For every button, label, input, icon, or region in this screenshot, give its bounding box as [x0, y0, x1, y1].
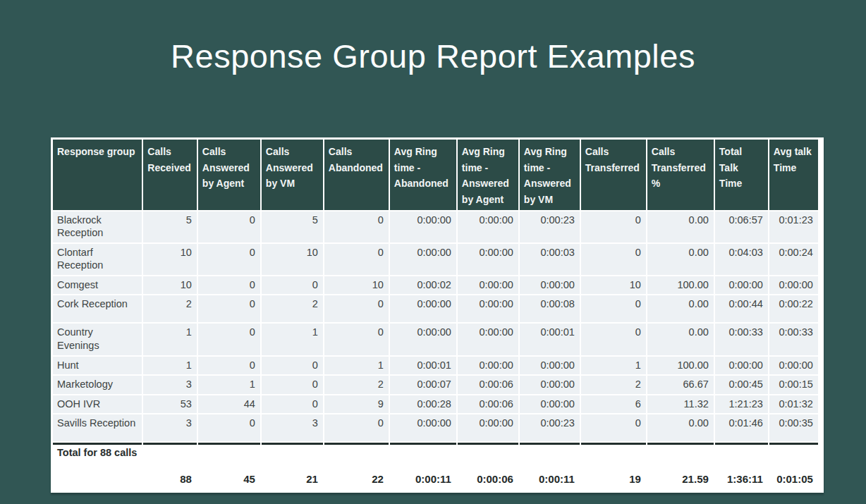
total-rule-segment [262, 443, 323, 462]
total-rule-segment [198, 443, 260, 462]
column-header: Total Talk Time [715, 140, 768, 210]
value-cell: 0 [581, 244, 646, 275]
value-cell: 0:00:00 [390, 295, 456, 322]
column-header: Calls Abandoned [324, 140, 389, 210]
value-cell: 0:00:00 [715, 357, 768, 375]
value-cell: 0 [581, 295, 646, 322]
value-cell: 0:01:32 [769, 395, 818, 414]
value-cell: 1 [262, 324, 323, 355]
table-row: Savills Reception30300:00:000:00:000:00:… [53, 414, 818, 441]
table-footer: Total for 88 calls884521220:00:110:00:06… [53, 443, 818, 490]
table-body: Blackrock Reception50500:00:000:00:000:0… [53, 211, 818, 441]
response-group-cell: Comgest [53, 276, 142, 295]
value-cell: 0:00:00 [769, 276, 818, 295]
value-cell: 0:00:15 [769, 376, 818, 394]
value-cell: 0 [324, 324, 389, 355]
total-values-row: 884521220:00:110:00:060:00:111921.591:36… [53, 464, 818, 490]
value-cell: 3 [262, 414, 323, 441]
value-cell: 0.00 [647, 211, 714, 242]
total-value-cell: 1:36:11 [715, 464, 768, 490]
value-cell: 0:00:06 [458, 395, 518, 414]
response-group-cell: Cork Reception [53, 295, 142, 322]
column-header: Calls Transferred [581, 140, 646, 210]
value-cell: 0 [262, 395, 323, 414]
value-cell: 0:00:00 [458, 211, 518, 242]
total-rule-segment [458, 443, 518, 462]
total-rule-segment [715, 443, 768, 462]
column-header: Avg Ring time - Abandoned [390, 140, 456, 210]
table-row: Comgest1000100:00:020:00:000:00:0010100.… [53, 276, 818, 295]
value-cell: 0:00:00 [458, 414, 518, 441]
value-cell: 0:00:33 [715, 324, 768, 355]
value-cell: 0 [581, 414, 646, 441]
value-cell: 0 [324, 244, 389, 275]
response-group-cell: Marketology [53, 376, 142, 394]
value-cell: 0:06:57 [715, 211, 768, 242]
value-cell: 0:00:00 [458, 357, 518, 375]
response-group-cell: Clontarf Reception [53, 244, 142, 275]
response-group-cell: Hunt [53, 357, 142, 375]
value-cell: 0 [198, 414, 260, 441]
value-cell: 0:00:00 [390, 211, 456, 242]
slide: Response Group Report Examples Response … [0, 0, 866, 504]
value-cell: 1 [143, 324, 196, 355]
response-group-cell: Blackrock Reception [53, 211, 142, 242]
column-header: Avg talk Time [769, 140, 818, 210]
total-rule-segment [769, 443, 818, 462]
value-cell: 0:00:08 [520, 295, 580, 322]
value-cell: 0 [262, 357, 323, 375]
value-cell: 0:00:01 [390, 357, 456, 375]
value-cell: 9 [324, 395, 389, 414]
value-cell: 0:00:00 [520, 357, 580, 375]
value-cell: 3 [143, 376, 196, 394]
value-cell: 0:00:00 [390, 244, 456, 275]
value-cell: 0:00:35 [769, 414, 818, 441]
page-title: Response Group Report Examples [0, 37, 866, 75]
value-cell: 0:00:06 [458, 376, 518, 394]
value-cell: 10 [143, 276, 196, 295]
value-cell: 2 [324, 376, 389, 394]
total-value-cell: 0:00:11 [520, 464, 580, 490]
table-row: Blackrock Reception50500:00:000:00:000:0… [53, 211, 818, 242]
response-group-cell: Savills Reception [53, 414, 142, 441]
total-label: Total for 88 calls [53, 443, 142, 462]
value-cell: 0:00:00 [520, 395, 580, 414]
value-cell: 5 [143, 211, 196, 242]
table-header: Response groupCalls ReceivedCalls Answer… [53, 140, 818, 210]
total-rule-segment [647, 443, 714, 462]
value-cell: 1:21:23 [715, 395, 768, 414]
value-cell: 6 [581, 395, 646, 414]
value-cell: 10 [581, 276, 646, 295]
total-values-spacer [53, 464, 142, 490]
value-cell: 0.00 [647, 414, 714, 441]
column-header: Calls Answered by VM [262, 140, 323, 210]
value-cell: 0:00:24 [769, 244, 818, 275]
value-cell: 0:00:00 [520, 376, 580, 394]
total-value-cell: 0:00:11 [390, 464, 456, 490]
value-cell: 44 [198, 395, 260, 414]
total-value-cell: 19 [581, 464, 646, 490]
value-cell: 2 [143, 295, 196, 322]
value-cell: 0:00:28 [390, 395, 456, 414]
value-cell: 0:04:03 [715, 244, 768, 275]
value-cell: 11.32 [647, 395, 714, 414]
value-cell: 0:00:45 [715, 376, 768, 394]
value-cell: 100.00 [647, 357, 714, 375]
table-row: OOH IVR5344090:00:280:00:060:00:00611.32… [53, 395, 818, 414]
value-cell: 100.00 [647, 276, 714, 295]
value-cell: 0:00:03 [520, 244, 580, 275]
value-cell: 1 [198, 376, 260, 394]
total-value-cell: 0:00:06 [458, 464, 518, 490]
value-cell: 0:00:00 [458, 295, 518, 322]
table-row: Marketology31020:00:070:00:060:00:00266.… [53, 376, 818, 394]
value-cell: 0 [262, 376, 323, 394]
value-cell: 5 [262, 211, 323, 242]
value-cell: 0:00:22 [769, 295, 818, 322]
report-table-container: Response groupCalls ReceivedCalls Answer… [51, 137, 824, 493]
value-cell: 0 [198, 276, 260, 295]
total-rule-segment [324, 443, 389, 462]
column-header: Calls Received [143, 140, 196, 210]
value-cell: 0 [262, 276, 323, 295]
value-cell: 0:00:00 [715, 276, 768, 295]
value-cell: 0:00:00 [458, 244, 518, 275]
